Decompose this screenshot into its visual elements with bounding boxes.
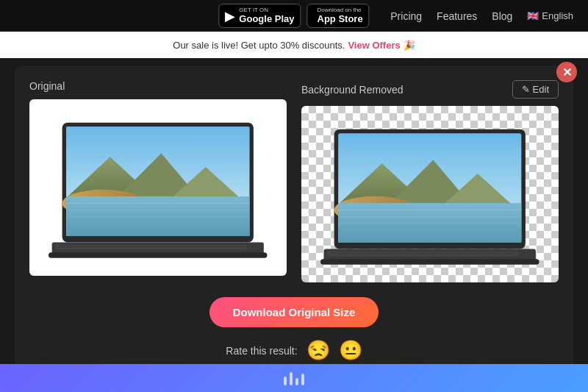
nav-links: Pricing Features Blog 🇬🇧 English: [390, 10, 573, 22]
bottom-bar-decoration: [284, 371, 304, 385]
svg-rect-7: [66, 196, 249, 236]
bar-line-3: [295, 378, 298, 385]
nav-pricing-link[interactable]: Pricing: [390, 10, 422, 22]
flag-icon: 🇬🇧: [527, 10, 539, 21]
sale-text: Our sale is live! Get upto 30% discounts…: [173, 40, 345, 51]
bottom-bar: [0, 364, 588, 392]
nav-features-link[interactable]: Features: [437, 10, 477, 22]
bar-line-1: [284, 377, 287, 385]
bg-removed-panel-header: Background Removed ✎ Edit: [301, 80, 559, 99]
navbar: ▶ GET IT ON Google Play Download on the …: [0, 0, 588, 32]
google-play-icon: ▶: [225, 8, 235, 24]
nav-store-badges: ▶ GET IT ON Google Play Download on the …: [218, 4, 369, 29]
google-play-badge[interactable]: ▶ GET IT ON Google Play: [218, 4, 301, 29]
svg-rect-14: [49, 252, 268, 257]
original-laptop-svg: [49, 113, 268, 263]
original-image-box: [29, 99, 287, 276]
svg-rect-13: [59, 244, 243, 248]
bg-removed-label: Background Removed: [301, 84, 404, 96]
bar-line-4: [301, 374, 304, 385]
app-store-big-text: App Store: [318, 13, 363, 25]
app-store-badge[interactable]: Download on the App Store: [307, 4, 370, 29]
sale-banner: Our sale is live! Get upto 30% discounts…: [0, 32, 588, 58]
bar-line-2: [290, 372, 293, 385]
original-panel: Original: [29, 80, 287, 276]
original-panel-header: Original: [29, 80, 287, 92]
rate-label: Rate this result:: [226, 345, 297, 357]
svg-rect-27: [331, 251, 515, 254]
sale-emoji: 🎉: [404, 40, 415, 51]
google-play-small-text: GET IT ON: [239, 7, 294, 13]
images-row: Original: [29, 80, 559, 282]
bg-removed-panel: Background Removed ✎ Edit: [301, 80, 559, 282]
rate-ok-button[interactable]: 😐: [339, 339, 362, 362]
language-label: English: [542, 10, 573, 21]
rate-bad-button[interactable]: 😒: [306, 339, 330, 362]
bg-removed-laptop-container: [301, 106, 559, 282]
google-play-big-text: Google Play: [239, 13, 294, 25]
svg-rect-21: [338, 203, 521, 243]
original-laptop-container: [29, 99, 287, 276]
language-selector[interactable]: 🇬🇧 English: [527, 10, 573, 21]
bg-removed-image-box: [301, 106, 559, 282]
svg-rect-28: [320, 259, 539, 264]
edit-label: Edit: [533, 84, 549, 95]
app-store-small-text: Download on the: [318, 7, 363, 13]
rating-section: Rate this result: 😒 😐: [29, 339, 559, 362]
original-label: Original: [29, 80, 65, 92]
edit-icon: ✎: [522, 84, 530, 95]
view-offers-link[interactable]: View Offers: [348, 40, 400, 51]
bg-removed-laptop-svg: [320, 119, 539, 269]
edit-button[interactable]: ✎ Edit: [512, 80, 559, 99]
nav-blog-link[interactable]: Blog: [492, 10, 512, 22]
main-content: ✕ Original: [15, 65, 573, 377]
download-button[interactable]: Download Original Size: [209, 297, 379, 327]
download-section: Download Original Size: [29, 297, 559, 327]
close-button[interactable]: ✕: [556, 62, 577, 82]
